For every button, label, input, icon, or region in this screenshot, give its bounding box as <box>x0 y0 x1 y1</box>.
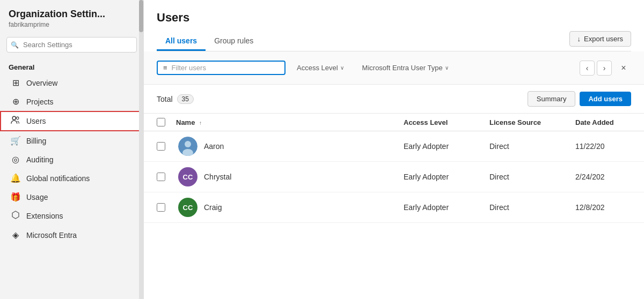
sidebar-item-projects[interactable]: ⊕ Projects <box>0 92 143 111</box>
sidebar-item-billing[interactable]: 🛒 Billing <box>0 131 143 150</box>
sidebar-item-auditing[interactable]: ◎ Auditing <box>0 150 143 169</box>
sidebar-scrollbar-thumb[interactable] <box>139 0 143 32</box>
summary-button[interactable]: Summary <box>528 91 576 107</box>
row-checkbox-cell <box>144 162 172 192</box>
user-name: Chrystal <box>204 173 231 181</box>
export-users-button[interactable]: ↓ Export users <box>569 31 631 47</box>
sidebar-item-microsoft-entra[interactable]: ◈ Microsoft Entra <box>0 226 143 244</box>
export-down-icon: ↓ <box>577 35 581 43</box>
row-checkbox[interactable] <box>157 142 165 151</box>
billing-icon: 🛒 <box>10 136 21 146</box>
filter-close-button[interactable]: × <box>616 61 631 76</box>
user-name: Craig <box>204 203 222 212</box>
users-area: Total 35 Summary Add users Name ↑ <box>144 85 644 299</box>
page-title: Users <box>157 11 631 25</box>
tab-all-users[interactable]: All users <box>157 32 206 51</box>
th-date-added: Date Added <box>569 114 644 131</box>
general-section-label: General <box>0 59 143 73</box>
close-icon: × <box>621 63 626 73</box>
avatar: CC <box>178 198 197 217</box>
main-content: Users All users Group rules ↓ Export use… <box>144 0 644 299</box>
access-level-chevron-icon: ∨ <box>340 65 344 71</box>
row-name-cell: CC Chrystal <box>172 162 397 192</box>
access-level-label: Access Level <box>297 64 338 72</box>
tab-group-rules[interactable]: Group rules <box>206 32 262 51</box>
auditing-icon: ◎ <box>10 154 21 165</box>
users-icon <box>10 115 21 127</box>
user-type-chevron-icon: ∨ <box>445 65 449 71</box>
row-checkbox[interactable] <box>157 173 165 181</box>
sidebar-item-users[interactable]: Users <box>0 111 143 131</box>
table-row: CC Chrystal Early Adopter Direct 2/24/20… <box>144 162 644 192</box>
select-all-checkbox[interactable] <box>157 118 165 126</box>
row-license-cell: Direct <box>483 131 569 162</box>
row-date-cell: 2/24/202 <box>569 162 644 192</box>
sidebar-item-label-overview: Overview <box>26 79 57 87</box>
prev-page-button[interactable]: ‹ <box>580 61 595 76</box>
notifications-icon: 🔔 <box>10 173 21 183</box>
sidebar-item-label-microsoft-entra: Microsoft Entra <box>26 231 77 240</box>
th-name: Name ↑ <box>172 114 397 131</box>
table-header-row: Name ↑ Access Level License Source Date … <box>144 114 644 131</box>
avatar <box>178 137 197 156</box>
sidebar-item-label-users: Users <box>26 117 46 125</box>
table-row: CC Craig Early Adopter Direct 12/8/202 <box>144 192 644 223</box>
users-table: Name ↑ Access Level License Source Date … <box>144 114 644 223</box>
sidebar: Organization Settin... fabrikamprime 🔍 G… <box>0 0 144 299</box>
sidebar-item-label-auditing: Auditing <box>26 155 54 164</box>
sidebar-scrollbar-track[interactable] <box>139 0 143 299</box>
svg-point-1 <box>16 117 18 119</box>
sidebar-item-label-notifications: Global notifications <box>26 174 90 183</box>
overview-icon: ⊞ <box>10 78 21 88</box>
chevron-right-icon: › <box>603 64 606 72</box>
sidebar-item-global-notifications[interactable]: 🔔 Global notifications <box>0 169 143 188</box>
next-page-button[interactable]: › <box>597 61 612 76</box>
filter-icon: ≡ <box>163 64 167 72</box>
row-name-cell: CC Craig <box>172 192 397 223</box>
row-checkbox-cell <box>144 192 172 223</box>
add-users-button[interactable]: Add users <box>580 92 631 106</box>
sidebar-item-label-billing: Billing <box>26 137 46 145</box>
th-access-level: Access Level <box>397 114 483 131</box>
projects-icon: ⊕ <box>10 96 21 107</box>
svg-point-4 <box>185 141 191 147</box>
row-checkbox-cell <box>144 131 172 162</box>
row-access-cell: Early Adopter <box>397 131 483 162</box>
users-toolbar: Total 35 Summary Add users <box>144 85 644 114</box>
search-settings-input[interactable] <box>6 37 137 53</box>
search-icon: 🔍 <box>11 41 19 49</box>
row-date-cell: 12/8/202 <box>569 192 644 223</box>
svg-point-0 <box>12 116 16 119</box>
chevron-left-icon: ‹ <box>586 64 589 72</box>
filter-input-wrap: ≡ <box>157 61 286 75</box>
sidebar-item-overview[interactable]: ⊞ Overview <box>0 73 143 92</box>
user-type-dropdown[interactable]: Microsoft Entra User Type ∨ <box>355 60 456 76</box>
usage-icon: 🎁 <box>10 192 21 202</box>
th-license-source: License Source <box>483 114 569 131</box>
row-checkbox[interactable] <box>157 203 165 212</box>
row-name-cell: Aaron <box>172 131 397 162</box>
sidebar-item-label-usage: Usage <box>26 193 48 201</box>
filter-users-input[interactable] <box>172 64 268 72</box>
sidebar-nav: ⊞ Overview ⊕ Projects Users 🛒 Billing <box>0 73 143 299</box>
th-checkbox <box>144 114 172 131</box>
name-sort-icon: ↑ <box>199 120 202 126</box>
export-btn-label: Export users <box>584 35 623 43</box>
main-header: Users All users Group rules ↓ Export use… <box>144 0 644 51</box>
tabs-row: All users Group rules ↓ Export users <box>157 31 631 51</box>
sidebar-search-wrap: 🔍 <box>6 37 137 53</box>
row-date-cell: 11/22/20 <box>569 131 644 162</box>
avatar: CC <box>178 167 197 186</box>
svg-marker-2 <box>12 211 19 219</box>
sidebar-item-label-projects: Projects <box>26 98 54 106</box>
sidebar-item-usage[interactable]: 🎁 Usage <box>0 188 143 206</box>
filter-bar: ≡ Access Level ∨ Microsoft Entra User Ty… <box>144 51 644 85</box>
total-label: Total <box>157 95 173 103</box>
sidebar-header: Organization Settin... fabrikamprime <box>0 0 143 33</box>
sidebar-item-extensions[interactable]: Extensions <box>0 206 143 226</box>
user-type-label: Microsoft Entra User Type <box>362 64 443 72</box>
row-license-cell: Direct <box>483 162 569 192</box>
nav-arrows: ‹ › <box>580 61 612 76</box>
user-name: Aaron <box>204 142 224 151</box>
access-level-dropdown[interactable]: Access Level ∨ <box>290 60 351 76</box>
